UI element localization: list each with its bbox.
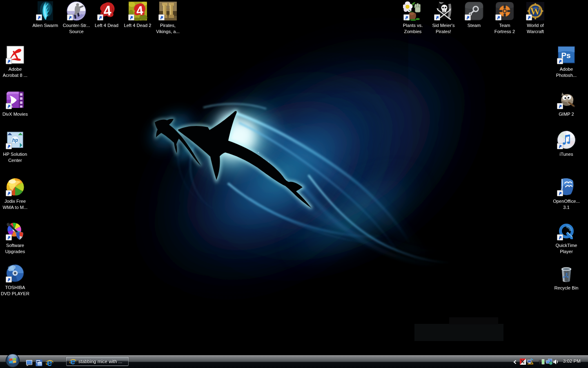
svg-text:hp: hp [12,137,18,143]
svg-text:4: 4 [103,2,112,19]
svg-text:4: 4 [136,3,144,17]
